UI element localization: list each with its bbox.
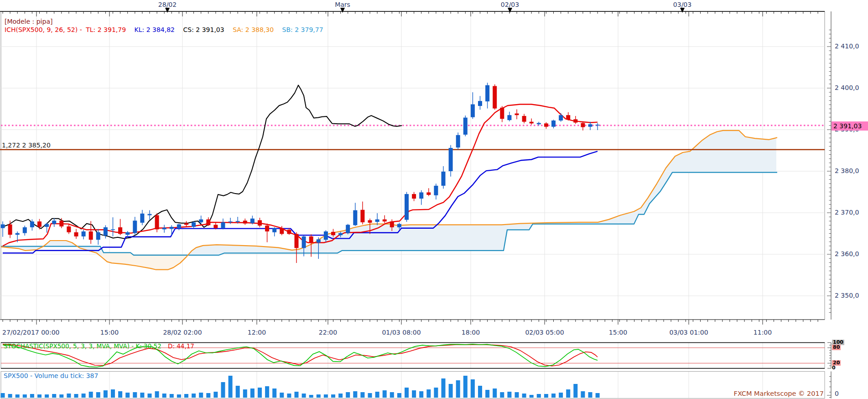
chart-canvas[interactable] [0,0,868,399]
fxcm-marketscope-window: 28/02Mars02/0303/03 [Modele : pipa] ICH(… [0,0,868,399]
